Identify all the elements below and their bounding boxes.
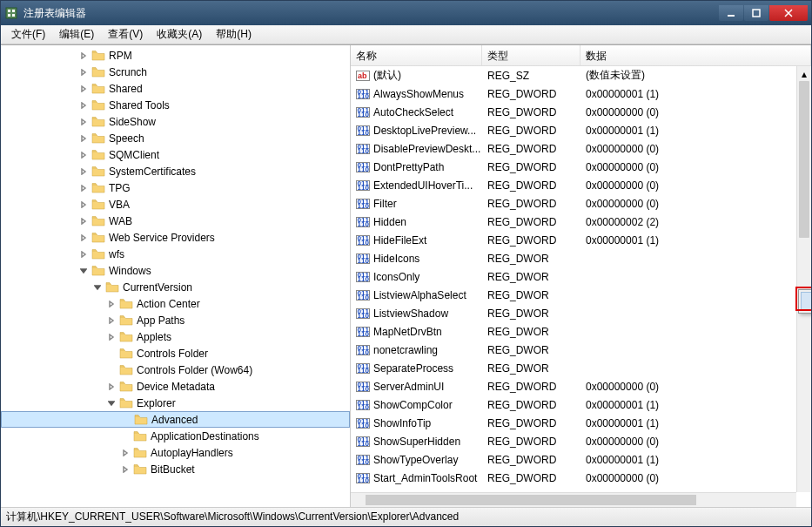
tree-item[interactable]: Explorer [1, 395, 350, 411]
maximize-button[interactable] [744, 5, 768, 21]
expand-icon[interactable] [77, 116, 90, 128]
expand-icon[interactable] [105, 331, 117, 343]
value-row[interactable]: ShowInfoTipREG_DWORD0x00000001 (1) [351, 414, 811, 432]
minimize-button[interactable] [719, 5, 743, 21]
expand-icon[interactable] [77, 248, 90, 260]
value-row[interactable]: HideFileExtREG_DWORD0x00000001 (1) [351, 231, 811, 249]
expand-icon[interactable] [77, 232, 90, 244]
expand-icon[interactable] [105, 314, 117, 327]
tree-item[interactable]: ApplicationDestinations [1, 428, 350, 444]
svg-rect-8 [8, 14, 10, 17]
tree-item[interactable]: AutoplayHandlers [1, 444, 350, 461]
values-list[interactable]: (默认)REG_SZ(数值未设置)AlwaysShowMenusREG_DWOR… [351, 66, 811, 507]
scroll-up-icon[interactable]: ▴ [797, 66, 811, 81]
expand-icon[interactable] [77, 215, 90, 227]
tree-item[interactable]: Windows [1, 262, 350, 279]
tree-item[interactable]: SQMClient [1, 146, 350, 163]
tree-item[interactable]: Controls Folder (Wow64) [1, 361, 350, 378]
tree-item[interactable]: TPG [1, 179, 350, 196]
value-row[interactable]: ListviewAlphaSelectREG_DWOR [351, 286, 811, 304]
value-row[interactable]: DisablePreviewDeskt...REG_DWORD0x0000000… [351, 139, 811, 158]
tree-item[interactable]: VBA [1, 196, 350, 213]
vertical-scrollbar[interactable]: ▴ [796, 66, 811, 492]
tree-item-label: SideShow [109, 116, 156, 128]
tree-item[interactable]: Device Metadata [1, 378, 350, 395]
expand-icon[interactable] [77, 66, 90, 78]
value-row[interactable]: IconsOnlyREG_DWOR [351, 267, 811, 286]
menu-help[interactable]: 帮助(H) [209, 25, 258, 44]
horizontal-scrollbar[interactable] [351, 492, 796, 507]
value-row[interactable]: ShowCompColorREG_DWORD0x00000001 (1) [351, 395, 811, 414]
value-row[interactable]: HideIconsREG_DWOR [351, 249, 811, 267]
close-button[interactable] [769, 5, 808, 21]
expand-icon[interactable] [105, 381, 117, 393]
column-data[interactable]: 数据 [580, 45, 811, 65]
value-type: REG_DWOR [482, 307, 580, 320]
value-row[interactable]: ListviewShadowREG_DWOR [351, 304, 811, 322]
tree-item[interactable]: BitBucket [1, 461, 350, 477]
tree-item[interactable]: Web Service Providers [1, 229, 350, 246]
menu-edit[interactable]: 编辑(E) [52, 25, 101, 44]
collapse-icon[interactable] [91, 281, 104, 294]
value-row[interactable]: HiddenREG_DWORD0x00000002 (2) [351, 213, 811, 231]
expand-icon[interactable] [77, 132, 90, 145]
menu-favorites[interactable]: 收藏夹(A) [150, 25, 209, 44]
value-row[interactable]: FilterREG_DWORD0x00000000 (0) [351, 194, 811, 213]
value-row[interactable]: MapNetDrvBtnREG_DWOR [351, 322, 811, 341]
expand-icon[interactable] [77, 166, 90, 178]
value-type: REG_DWORD [482, 399, 580, 411]
tree-item[interactable]: CurrentVersion [1, 279, 350, 295]
value-row[interactable]: DesktopLivePreview...REG_DWORD0x00000001… [351, 121, 811, 139]
value-row[interactable]: AutoCheckSelectREG_DWORD0x00000000 (0) [351, 103, 811, 121]
value-row[interactable]: ExtendedUIHoverTi...REG_DWORD0x00000000 … [351, 176, 811, 194]
value-row[interactable]: ShowTypeOverlayREG_DWORD0x00000001 (1) [351, 450, 811, 469]
collapse-icon[interactable] [77, 265, 90, 277]
tree-item[interactable]: WAB [1, 213, 350, 229]
value-row[interactable]: (默认)REG_SZ(数值未设置) [351, 66, 811, 84]
value-row[interactable]: DontPrettyPathREG_DWORD0x00000000 (0) [351, 158, 811, 176]
svg-rect-11 [753, 10, 760, 17]
scroll-thumb[interactable] [799, 81, 809, 238]
value-row[interactable]: AlwaysShowMenusREG_DWORD0x00000001 (1) [351, 84, 811, 103]
tree-item[interactable]: Advanced [1, 411, 350, 428]
value-row[interactable]: Start_AdminToolsRootREG_DWORD0x00000000 … [351, 469, 811, 487]
tree-item[interactable]: Speech [1, 130, 350, 146]
tree-panel[interactable]: RPMScrunchSharedShared ToolsSideShowSpee… [1, 45, 351, 507]
tree-item[interactable]: Action Center [1, 295, 350, 312]
tree-item[interactable]: SideShow [1, 113, 350, 130]
column-type[interactable]: 类型 [482, 45, 580, 65]
value-type: REG_DWORD [482, 161, 580, 173]
tree-item[interactable]: SystemCertificates [1, 163, 350, 179]
reg-dword-icon [356, 197, 370, 211]
value-row[interactable]: ServerAdminUIREG_DWORD0x00000000 (0) [351, 377, 811, 395]
tree-item[interactable]: Controls Folder [1, 345, 350, 361]
tree-item[interactable]: Shared Tools [1, 97, 350, 113]
reg-dword-icon [356, 343, 370, 357]
value-row[interactable]: nonetcrawlingREG_DWOR [351, 341, 811, 359]
expand-icon[interactable] [77, 149, 90, 161]
tree-item[interactable]: Applets [1, 328, 350, 345]
expand-icon[interactable] [119, 447, 131, 459]
menu-file[interactable]: 文件(F) [4, 25, 52, 44]
expand-icon[interactable] [77, 199, 90, 211]
context-menu-new[interactable]: 新建(N) ▸ [801, 292, 811, 311]
tree-item[interactable]: App Paths [1, 312, 350, 328]
value-row[interactable]: ShowSuperHiddenREG_DWORD0x00000000 (0) [351, 432, 811, 450]
menu-view[interactable]: 查看(V) [101, 25, 150, 44]
collapse-icon[interactable] [105, 397, 117, 409]
tree-item[interactable]: Scrunch [1, 64, 350, 80]
tree-item[interactable]: RPM [1, 47, 350, 64]
expand-icon[interactable] [77, 83, 90, 95]
value-row[interactable]: SeparateProcessREG_DWOR [351, 359, 811, 377]
expand-icon[interactable] [77, 50, 90, 62]
titlebar[interactable]: 注册表编辑器 [1, 1, 811, 25]
value-data: 0x00000001 (1) [580, 399, 811, 411]
expand-icon[interactable] [77, 99, 90, 111]
expand-icon[interactable] [77, 182, 90, 194]
expand-icon[interactable] [105, 298, 117, 310]
column-name[interactable]: 名称 [351, 45, 482, 65]
tree-item[interactable]: wfs [1, 246, 350, 262]
scroll-thumb-h[interactable] [366, 495, 696, 505]
expand-icon[interactable] [119, 463, 131, 476]
tree-item[interactable]: Shared [1, 80, 350, 97]
